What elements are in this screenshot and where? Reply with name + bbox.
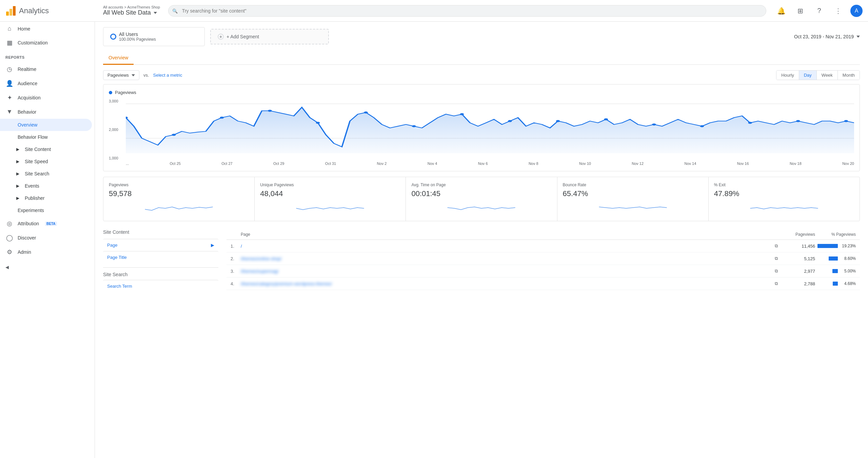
avatar[interactable]: A: [850, 5, 863, 17]
time-btn-month[interactable]: Month: [837, 71, 860, 80]
pct-bar-4: [833, 282, 838, 286]
search-input[interactable]: [168, 5, 766, 17]
row-icon-2[interactable]: ⧉: [771, 256, 781, 261]
chart-dot: [844, 120, 848, 122]
sidebar-item-events[interactable]: ▶ Events: [0, 180, 92, 192]
search-term-label: Search Term: [107, 284, 132, 289]
sidebar-item-overview[interactable]: Overview: [0, 119, 92, 131]
x-label-oct25: Oct 25: [170, 161, 181, 166]
realtime-icon: ◷: [5, 65, 14, 73]
chart-area: 3,000 2,000 1,000: [109, 99, 854, 160]
chart-dot: [316, 122, 320, 124]
y-label-3000: 3,000: [109, 99, 123, 103]
admin-icon: ⚙: [5, 248, 14, 256]
row-icon-3[interactable]: ⧉: [771, 268, 781, 274]
row-pct-4: 4.68%: [815, 281, 856, 286]
chart-legend: Pageviews: [109, 90, 854, 95]
row-icon-1[interactable]: ⧉: [771, 243, 781, 249]
breadcrumb-current[interactable]: All Web Site Data: [103, 9, 160, 16]
content-tables: Site Content Page ▶ Page Title Site Sear…: [103, 229, 860, 292]
date-range-picker[interactable]: Oct 23, 2019 - Nov 21, 2019: [794, 34, 860, 39]
more-button[interactable]: ⋮: [831, 4, 845, 18]
row-page-3[interactable]: /themes/supermag/: [241, 269, 771, 274]
pct-text-2: 8.60%: [841, 256, 856, 261]
behavior-icon: ▼: [5, 108, 14, 115]
metric-selector[interactable]: Pageviews: [103, 70, 139, 80]
time-btn-week[interactable]: Week: [816, 71, 837, 80]
main-layout: ⌂ Home ▦ Customization REPORTS ◷ Realtim…: [0, 22, 868, 458]
x-label-nov18: Nov 18: [790, 161, 802, 166]
sidebar-item-overview-label: Overview: [18, 122, 37, 128]
sidebar-item-site-content[interactable]: ▶ Site Content: [0, 143, 92, 155]
sidebar-item-customization[interactable]: ▦ Customization: [0, 36, 92, 50]
sidebar-item-admin[interactable]: ⚙ Admin: [0, 245, 92, 259]
row-page-4[interactable]: /themes/category/premium-wordpress-theme…: [241, 281, 771, 286]
sidebar-item-discover[interactable]: ◯ Discover: [0, 231, 92, 245]
legend-label: Pageviews: [115, 90, 136, 95]
time-btn-hourly[interactable]: Hourly: [776, 71, 799, 80]
sidebar-item-home[interactable]: ⌂ Home: [0, 22, 92, 36]
sidebar-item-customization-label: Customization: [18, 40, 48, 45]
sidebar-item-site-content-label: Site Content: [25, 147, 51, 152]
sidebar-item-behavior[interactable]: ▼ Behavior: [0, 105, 92, 119]
sidebar-item-behavior-flow[interactable]: Behavior Flow: [0, 131, 92, 143]
pct-bar-1: [817, 244, 838, 248]
tab-overview[interactable]: Overview: [103, 52, 134, 65]
site-search-term-item[interactable]: Search Term: [103, 280, 218, 292]
row-page-1[interactable]: /: [241, 244, 771, 249]
sidebar-item-audience[interactable]: 👤 Audience: [0, 76, 92, 91]
chart-area-fill: [126, 107, 854, 153]
sidebar-item-realtime[interactable]: ◷ Realtime: [0, 62, 92, 76]
notifications-button[interactable]: 🔔: [774, 4, 788, 18]
page-label: Page: [107, 243, 117, 248]
line-chart-svg: [126, 99, 854, 160]
site-search-expand-icon: ▶: [16, 171, 19, 176]
site-content-page-item[interactable]: Page ▶: [103, 239, 218, 251]
row-num-1: 1.: [231, 244, 241, 249]
sidebar-item-acquisition[interactable]: ✦ Acquisition: [0, 91, 92, 105]
row-pct-1: 19.23%: [815, 244, 856, 248]
page-table-header: Page Pageviews % Pageviews: [226, 229, 860, 240]
nav-icons: 🔔 ⊞ ? ⋮ A: [774, 4, 863, 18]
row-page-2[interactable]: /themes/online-shop/: [241, 256, 771, 261]
sidebar-item-experiments[interactable]: Experiments: [0, 204, 92, 216]
chart-dot: [172, 134, 176, 136]
collapse-sidebar-button[interactable]: ◀: [0, 259, 95, 275]
sidebar-item-attribution[interactable]: ◎ Attribution BETA: [0, 216, 92, 231]
metric-value-pageviews: 59,578: [109, 189, 249, 198]
metric-card-unique-pageviews: Unique Pageviews 48,044: [255, 177, 406, 221]
sidebar-item-publisher[interactable]: ▶ Publisher: [0, 192, 92, 204]
chart-container: Pageviews 3,000 2,000 1,000: [103, 84, 860, 171]
row-pct-3: 5.00%: [815, 269, 856, 273]
row-pct-2: 8.60%: [815, 256, 856, 261]
time-btn-day[interactable]: Day: [799, 71, 816, 80]
sidebar-item-site-search[interactable]: ▶ Site Search: [0, 168, 92, 180]
row-icon-4[interactable]: ⧉: [771, 281, 781, 286]
metric-value-unique: 48,044: [260, 189, 400, 198]
help-button[interactable]: ?: [812, 4, 826, 18]
y-axis-labels: 3,000 2,000 1,000: [109, 99, 126, 160]
chart-dot: [556, 120, 560, 122]
sidebar-item-site-speed-label: Site Speed: [25, 159, 48, 164]
svg-rect-1: [9, 9, 12, 16]
sidebar-item-site-speed[interactable]: ▶ Site Speed: [0, 155, 92, 168]
table-row: 2. /themes/online-shop/ ⧉ 5,125 8.60%: [226, 252, 860, 265]
collapse-icon: ◀: [5, 265, 9, 270]
all-users-segment[interactable]: All Users 100.00% Pageviews: [103, 27, 205, 46]
x-label-dots: ...: [126, 161, 129, 166]
date-range-label: Oct 23, 2019 - Nov 21, 2019: [794, 34, 854, 39]
apps-button[interactable]: ⊞: [793, 4, 807, 18]
breadcrumb-top: All accounts > AcmeThemes Shop: [103, 5, 160, 9]
chart-dot: [796, 120, 800, 122]
site-content-page-title-item[interactable]: Page Title: [103, 251, 218, 263]
sidebar-item-realtime-label: Realtime: [18, 66, 36, 72]
y-label-2000: 2,000: [109, 128, 123, 132]
search-bar: 🔍: [168, 5, 766, 17]
vs-label: vs.: [143, 73, 149, 78]
mini-chart-pageviews: [109, 201, 249, 214]
row-pv-1: 11,456: [781, 244, 815, 249]
add-segment-chip[interactable]: + + Add Segment: [210, 29, 329, 44]
metric-value-exit: 47.89%: [714, 189, 854, 198]
beta-badge: BETA: [45, 222, 57, 226]
select-metric-link[interactable]: Select a metric: [153, 73, 182, 78]
